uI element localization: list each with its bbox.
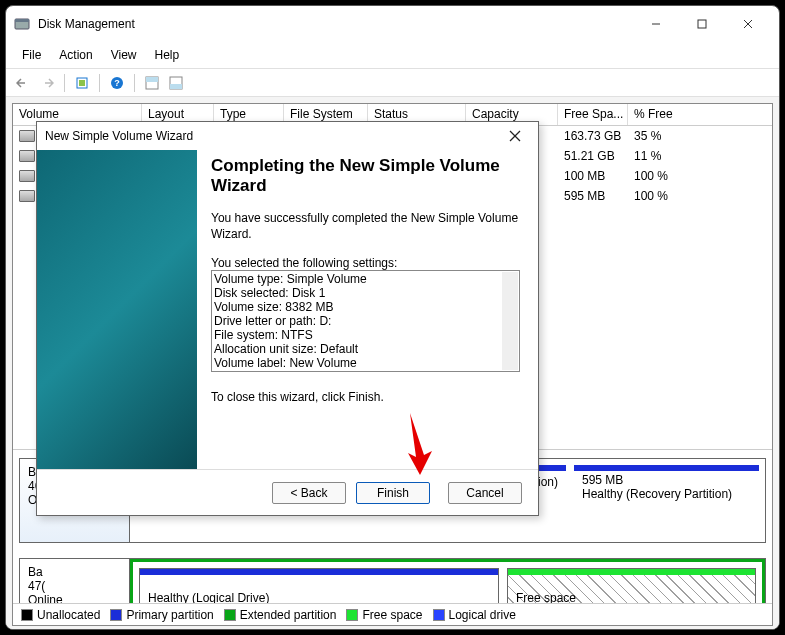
svg-rect-3: [698, 20, 706, 28]
col-free[interactable]: Free Spa...: [558, 104, 628, 125]
wizard-heading: Completing the New Simple Volume Wizard: [211, 156, 520, 196]
dialog-button-row: < Back Finish Cancel: [37, 469, 538, 515]
view-bottom-icon[interactable]: [165, 73, 187, 93]
svg-rect-1: [15, 19, 29, 22]
back-button[interactable]: < Back: [272, 482, 346, 504]
menu-action[interactable]: Action: [51, 44, 100, 66]
maximize-button[interactable]: [679, 9, 725, 39]
close-button[interactable]: [725, 9, 771, 39]
menu-help[interactable]: Help: [147, 44, 188, 66]
volume-icon: [19, 190, 35, 202]
window-title: Disk Management: [38, 17, 633, 31]
partition-recovery[interactable]: 595 MB Healthy (Recovery Partition): [574, 465, 759, 536]
dialog-close-button[interactable]: [500, 130, 530, 142]
forward-icon[interactable]: [36, 73, 58, 93]
minimize-button[interactable]: [633, 9, 679, 39]
svg-rect-7: [79, 80, 85, 86]
finish-button[interactable]: Finish: [356, 482, 430, 504]
app-icon: [14, 16, 30, 32]
volume-icon: [19, 130, 35, 142]
dialog-titlebar[interactable]: New Simple Volume Wizard: [37, 122, 538, 150]
wizard-banner: [37, 150, 197, 469]
titlebar[interactable]: Disk Management: [6, 6, 779, 42]
app-window: Disk Management File Action View Help ? …: [5, 5, 780, 630]
svg-rect-11: [146, 77, 158, 82]
col-pct[interactable]: % Free: [628, 104, 743, 125]
refresh-icon[interactable]: [71, 73, 93, 93]
new-volume-wizard-dialog: New Simple Volume Wizard Completing the …: [36, 121, 539, 516]
wizard-closing-text: To close this wizard, click Finish.: [211, 390, 520, 404]
legend: Unallocated Primary partition Extended p…: [13, 603, 772, 625]
menu-view[interactable]: View: [103, 44, 145, 66]
back-icon[interactable]: [12, 73, 34, 93]
svg-text:?: ?: [114, 78, 120, 88]
wizard-body-text: You have successfully completed the New …: [211, 210, 520, 242]
cancel-button[interactable]: Cancel: [448, 482, 522, 504]
help-icon[interactable]: ?: [106, 73, 128, 93]
settings-box[interactable]: Volume type: Simple Volume Disk selected…: [211, 270, 520, 372]
toolbar: ?: [6, 69, 779, 97]
menubar: File Action View Help: [6, 42, 779, 69]
menu-file[interactable]: File: [14, 44, 49, 66]
volume-icon: [19, 150, 35, 162]
view-top-icon[interactable]: [141, 73, 163, 93]
scrollbar[interactable]: [502, 272, 518, 370]
volume-icon: [19, 170, 35, 182]
dialog-title: New Simple Volume Wizard: [45, 129, 193, 143]
annotation-arrow-icon: [398, 409, 440, 481]
settings-caption: You selected the following settings:: [211, 256, 520, 270]
svg-rect-13: [170, 84, 182, 89]
